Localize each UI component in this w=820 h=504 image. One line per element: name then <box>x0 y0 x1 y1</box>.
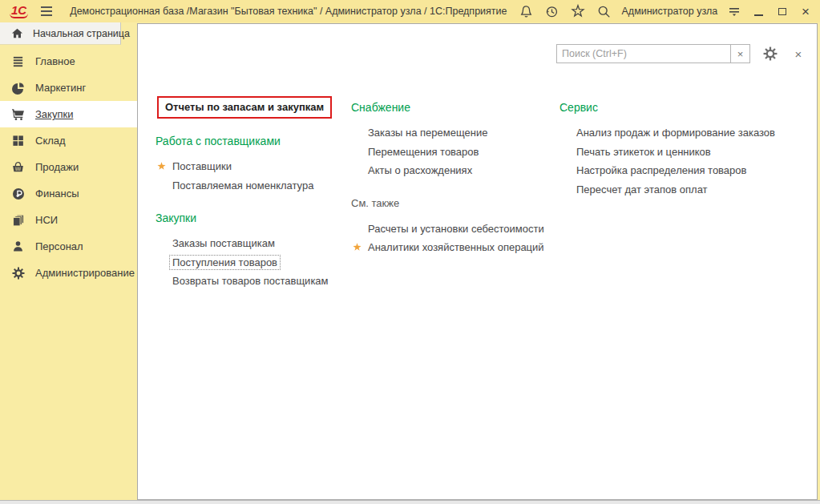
command-link[interactable]: Перемещения товаров <box>365 144 482 159</box>
global-search-icon[interactable] <box>597 3 611 19</box>
command-link[interactable]: Пересчет дат этапов оплат <box>573 182 711 197</box>
sidebar-item-label: Главное <box>35 55 75 67</box>
sidebar-item-label: Маркетинг <box>35 82 86 94</box>
highlighted-command-reports[interactable]: Отчеты по запасам и закупкам <box>157 96 332 119</box>
basket-icon <box>11 160 25 174</box>
group-service: Сервис Анализ продаж и формирование зака… <box>559 101 800 199</box>
gear-icon <box>11 266 25 280</box>
sidebar-item-home[interactable]: Начальная страница <box>0 22 121 45</box>
group-title-service: Сервис <box>559 101 800 115</box>
list-item[interactable]: Аналитики хозяйственных операций <box>351 238 551 257</box>
ruble-coin-icon <box>11 187 25 200</box>
group-suppliers: Работа с поставщиками Поставщики Поставл… <box>156 135 346 195</box>
command-link[interactable]: Расчеты и установки себестоимости <box>365 221 547 236</box>
sidebar-item-nsi[interactable]: НСИ <box>0 207 138 233</box>
command-link[interactable]: Поставляемая номенклатура <box>169 178 317 193</box>
sidebar-item-personal[interactable]: Персонал <box>0 233 138 260</box>
sidebar-item-administrirovanie[interactable]: Администрирование <box>0 260 138 286</box>
list-item[interactable]: Перемещения товаров <box>351 143 551 162</box>
sidebar-item-label: Начальная страница <box>33 28 130 39</box>
group-title-see-also: См. также <box>351 197 551 211</box>
group-title-supply: Снабжение <box>351 101 551 115</box>
list-item-focused[interactable]: Поступления товаров <box>156 253 346 272</box>
pie-chart-icon <box>11 81 25 95</box>
panel-close-icon[interactable]: × <box>791 47 806 61</box>
minimize-button[interactable] <box>752 3 765 19</box>
group-see-also: См. также Расчеты и установки себестоимо… <box>351 197 551 257</box>
list-item[interactable]: Анализ продаж и формирование заказов <box>559 123 800 143</box>
sidebar-item-label: Продажи <box>35 161 79 173</box>
command-link[interactable]: Настройка распределения товаров <box>573 163 749 178</box>
sidebar-item-glavnoe[interactable]: Главное <box>0 48 138 75</box>
window-bottom-border <box>0 500 820 504</box>
command-link[interactable]: Поставщики <box>169 159 235 174</box>
command-link[interactable]: Акты о расхождениях <box>365 163 475 178</box>
command-link[interactable]: Заказы на перемещение <box>365 125 491 140</box>
list-item[interactable]: Печать этикеток и ценников <box>559 143 800 162</box>
sidebar-item-label: Персонал <box>35 240 83 252</box>
favorites-star-icon[interactable] <box>571 3 585 19</box>
sidebar-item-label: Склад <box>35 135 66 147</box>
menu-lines-icon <box>11 54 25 68</box>
panel-search-row: × × <box>556 44 806 63</box>
command-link[interactable]: Печать этикеток и ценников <box>573 144 714 159</box>
shopping-cart-icon <box>11 107 25 121</box>
group-purchases: Закупки Заказы поставщикам Поступления т… <box>156 212 346 291</box>
home-icon <box>10 26 24 40</box>
sidebar-item-finansy[interactable]: Финансы <box>0 180 138 207</box>
group-supply: Снабжение Заказы на перемещение Перемеще… <box>351 101 551 180</box>
favorite-star-icon[interactable] <box>352 242 362 252</box>
group-title-purchases: Закупки <box>156 212 346 225</box>
search-input[interactable] <box>556 44 731 63</box>
sidebar-item-zakupki[interactable]: Закупки <box>0 101 138 127</box>
group-title-suppliers: Работа с поставщиками <box>156 135 346 148</box>
sidebar-item-label: Закупки <box>35 108 73 120</box>
command-link[interactable]: Аналитики хозяйственных операций <box>365 240 547 255</box>
list-item[interactable]: Поставляемая номенклатура <box>156 176 346 196</box>
sidebar-item-label: НСИ <box>35 214 58 226</box>
person-icon <box>11 240 25 253</box>
panel-settings-gear-icon[interactable] <box>762 46 778 62</box>
panel-column-2: Снабжение Заказы на перемещение Перемеще… <box>351 101 551 257</box>
list-item[interactable]: Поставщики <box>156 157 346 176</box>
maximize-button[interactable] <box>776 3 789 19</box>
panel-column-3: Сервис Анализ продаж и формирование зака… <box>559 101 800 199</box>
list-item[interactable]: Заказы на перемещение <box>351 123 551 143</box>
command-link[interactable]: Заказы поставщикам <box>169 236 278 251</box>
title-bar: 1С Демонстрационная база /Магазин "Бытов… <box>0 0 820 22</box>
service-menu-icon[interactable] <box>727 3 741 19</box>
section-panel: Начальная страница Главное Маркетинг <box>0 22 138 500</box>
command-link[interactable]: Возвраты товаров поставщикам <box>169 273 332 288</box>
sidebar-item-sklad[interactable]: Склад <box>0 127 138 154</box>
notifications-bell-icon[interactable] <box>519 3 533 19</box>
documents-stack-icon <box>11 213 25 227</box>
list-item[interactable]: Заказы поставщикам <box>156 234 346 253</box>
list-item[interactable]: Акты о расхождениях <box>351 161 551 180</box>
favorite-star-icon[interactable] <box>156 161 167 171</box>
main-menu-icon[interactable] <box>41 6 52 16</box>
history-icon[interactable] <box>545 3 559 19</box>
window-title: Демонстрационная база /Магазин "Бытовая … <box>70 6 507 17</box>
list-item[interactable]: Возвраты товаров поставщикам <box>156 272 346 291</box>
search-clear-icon[interactable]: × <box>730 44 750 63</box>
current-user-label[interactable]: Администратор узла <box>622 6 718 17</box>
sidebar-menu: Главное Маркетинг Закупки <box>0 48 138 286</box>
list-item[interactable]: Расчеты и установки себестоимости <box>351 220 551 239</box>
command-link[interactable]: Анализ продаж и формирование заказов <box>573 125 778 140</box>
command-link[interactable]: Поступления товаров <box>169 255 281 270</box>
sidebar-item-marketing[interactable]: Маркетинг <box>0 75 138 101</box>
list-item[interactable]: Настройка распределения товаров <box>559 161 800 180</box>
close-window-button[interactable]: × <box>799 3 812 19</box>
sidebar-item-prodazhi[interactable]: Продажи <box>0 154 138 180</box>
1c-logo: 1С <box>10 4 28 18</box>
list-item[interactable]: Пересчет дат этапов оплат <box>559 180 800 200</box>
panel-column-1: Отчеты по запасам и закупкам Работа с по… <box>156 96 346 291</box>
sidebar-item-label: Администрирование <box>35 267 135 279</box>
function-panel: × × Отчеты по запасам и закупкам Работа <box>137 23 818 500</box>
boxes-grid-icon <box>11 134 25 147</box>
sidebar-item-label: Финансы <box>35 187 79 200</box>
